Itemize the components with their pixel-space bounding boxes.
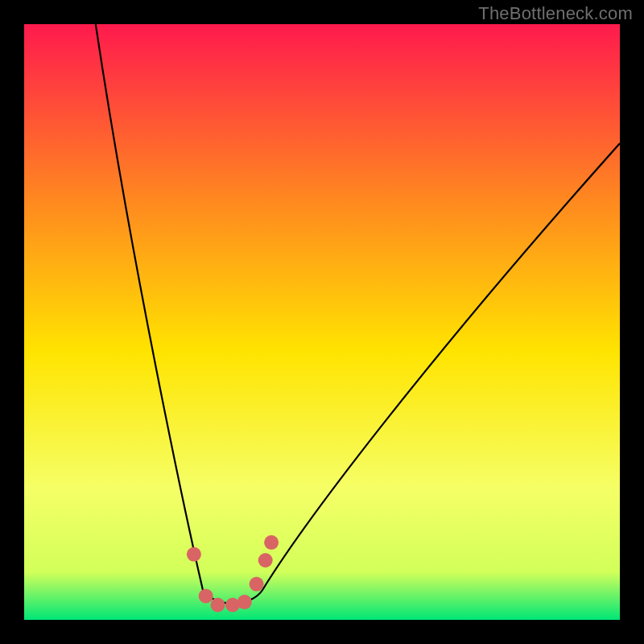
gradient-background <box>24 24 620 620</box>
bottleneck-chart <box>24 24 620 620</box>
watermark-text: TheBottleneck.com <box>478 3 633 24</box>
curve-marker <box>264 535 279 550</box>
frame: TheBottleneck.com <box>0 0 644 644</box>
curve-marker <box>258 553 273 568</box>
curve-marker <box>199 588 213 603</box>
curve-marker <box>211 598 225 613</box>
curve-marker <box>250 577 264 592</box>
curve-marker <box>237 595 252 609</box>
curve-marker <box>187 547 201 562</box>
chart-svg <box>24 24 620 620</box>
